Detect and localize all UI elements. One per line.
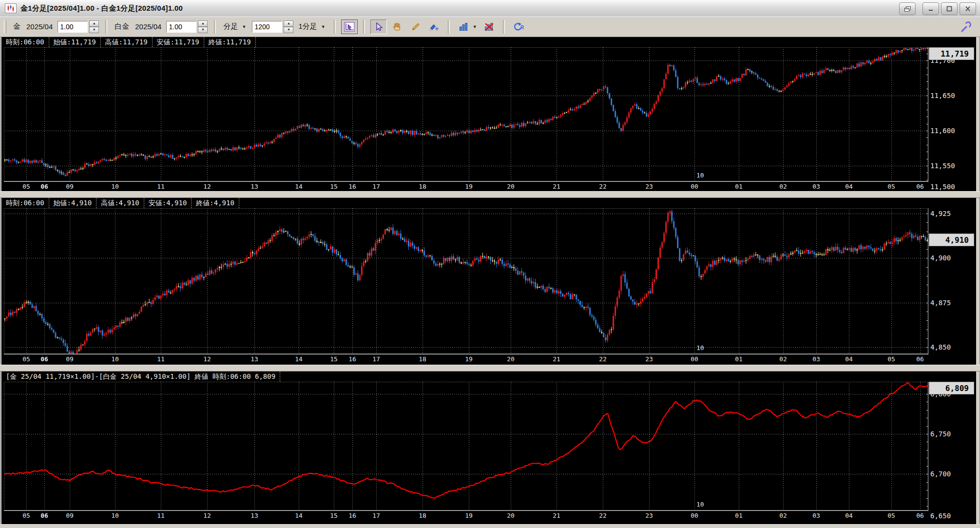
spread-line-plot[interactable]: 10 <box>4 382 928 511</box>
time-axis-label: 04 <box>842 183 856 190</box>
restore-window-button[interactable] <box>899 2 916 15</box>
time-axis-label: 03 <box>809 512 824 519</box>
time-axis-label: 14 <box>291 183 306 190</box>
bar-count-input[interactable] <box>252 21 282 33</box>
info-field: 終値:11,719 <box>204 37 256 47</box>
time-axis-label: 16 <box>345 183 360 190</box>
gold-multiplier-input[interactable] <box>58 21 88 33</box>
price-axis-label: 11,500 <box>930 182 955 191</box>
timeframe-dropdown[interactable]: 1分足 <box>298 22 317 31</box>
select-chart-tool-button[interactable] <box>341 20 358 34</box>
info-field: 安値:4,910 <box>144 198 192 208</box>
candlestick-chart-icon <box>5 3 17 13</box>
maximize-button[interactable] <box>941 2 958 15</box>
time-axis-label: 10 <box>108 355 122 363</box>
time-axis-label: 05 <box>884 183 899 190</box>
toolbar-separator <box>334 20 336 34</box>
gold-month-label: 2025/04 <box>26 22 53 31</box>
platinum-spin-down-button[interactable]: ▼ <box>198 27 208 33</box>
panel-separator[interactable] <box>0 191 980 198</box>
time-axis-label: 18 <box>415 512 430 519</box>
time-axis-label: 01 <box>731 512 746 519</box>
date-marker: 10 <box>696 501 704 508</box>
spread-chart-panel: [金 25/04 11,719×1.00]-[白金 25/04 4,910×1.… <box>1 372 976 522</box>
reload-icon: R <box>513 22 524 32</box>
time-axis-label: 17 <box>369 355 384 363</box>
remove-chart-tool-button[interactable] <box>481 20 498 34</box>
time-axis-label: 02 <box>776 183 790 190</box>
toolbar-separator <box>105 20 107 34</box>
close-button[interactable] <box>960 2 976 15</box>
platinum-multiplier-input[interactable] <box>166 21 196 33</box>
pencil-draw-tool-button[interactable] <box>407 20 424 34</box>
remove-chart-icon <box>484 22 495 32</box>
platinum-spin-up-button[interactable]: ▲ <box>198 20 208 27</box>
time-axis-label: 06 <box>37 512 52 519</box>
time-axis-label: 13 <box>247 183 262 190</box>
gold-candlestick-plot[interactable]: 10 <box>4 47 928 182</box>
spread-time-axis: 0506091011121314151617181920212223000102… <box>4 511 935 521</box>
svg-text:R: R <box>520 25 524 30</box>
minimize-button[interactable] <box>922 2 939 15</box>
time-axis-label: 00 <box>687 183 702 190</box>
platinum-candlestick-plot[interactable]: 10 <box>4 208 928 354</box>
info-field: 安値:11,719 <box>153 37 204 47</box>
chevron-down-icon[interactable]: ▼ <box>242 24 246 29</box>
settings-wrench-icon[interactable] <box>960 20 972 35</box>
time-axis-label: 16 <box>345 355 360 363</box>
time-axis-label: 03 <box>809 355 824 363</box>
platinum-time-axis: 0506091011121314151617181920212223000102… <box>4 354 935 364</box>
platinum-label: 白金 <box>115 22 129 31</box>
toolbar: 金 2025/04 ▲▼ 白金 2025/04 ▲▼ 分足 ▼ ▲▼ 1分足 ▼ <box>0 17 980 37</box>
time-axis-label: 15 <box>327 355 341 363</box>
panel-separator[interactable] <box>0 365 980 372</box>
price-axis-label: 4,925 <box>930 209 951 218</box>
gold-spin-down-button[interactable]: ▼ <box>89 27 99 33</box>
time-axis-label: 18 <box>415 183 430 190</box>
chevron-down-icon[interactable]: ▼ <box>321 24 326 29</box>
time-axis-label: 15 <box>327 183 341 190</box>
time-axis-label: 02 <box>776 512 790 519</box>
bar-count-up-button[interactable]: ▲ <box>284 20 293 27</box>
time-axis-label: 05 <box>19 355 34 363</box>
time-axis-label: 20 <box>503 355 518 363</box>
gold-last-price-box: 11,719 <box>929 47 974 60</box>
title-bar: 金1分足[2025/04]1.00 - 白金1分足[2025/04]1.00 <box>0 0 980 17</box>
time-axis-label: 12 <box>200 183 214 190</box>
time-axis-label: 11 <box>154 183 168 190</box>
pan-hand-tool-button[interactable] <box>389 20 405 34</box>
gold-chart-panel: 時刻:06:00始値:11,719高値:11,719安値:11,719終値:11… <box>1 37 976 191</box>
toolbar-separator <box>363 20 365 34</box>
platinum-info-bar: 時刻:06:00始値:4,910高値:4,910安値:4,910終値:4,910 <box>2 198 975 208</box>
interval-dropdown[interactable]: 分足 <box>223 22 238 31</box>
platinum-multiplier-spinner: ▲▼ <box>166 20 208 33</box>
cursor-icon <box>374 22 384 32</box>
price-axis-label: 6,750 <box>930 430 951 438</box>
time-axis-label: 06 <box>37 355 52 363</box>
time-axis-label: 05 <box>19 512 34 519</box>
gold-spin-up-button[interactable]: ▲ <box>89 20 99 27</box>
time-axis-label: 23 <box>642 355 656 363</box>
toolbar-grip[interactable] <box>4 20 6 33</box>
time-axis-label: 00 <box>687 512 702 519</box>
toolbar-separator <box>503 20 505 34</box>
bar-count-down-button[interactable]: ▼ <box>284 27 293 33</box>
time-axis-label: 09 <box>62 183 77 190</box>
time-axis-label: 09 <box>62 512 77 519</box>
cursor-tool-button[interactable] <box>370 20 387 34</box>
time-axis-label: 13 <box>247 355 262 363</box>
toolbar-separator <box>448 20 450 34</box>
marker-draw-tool-button[interactable] <box>426 20 442 34</box>
chart-type-dropdown-button[interactable] <box>455 20 472 34</box>
time-axis-label: 04 <box>842 512 856 519</box>
price-axis-label: 11,650 <box>930 91 955 100</box>
time-axis-label: 23 <box>642 183 656 190</box>
price-axis-label: 6,650 <box>930 511 951 520</box>
time-axis-label: 05 <box>19 183 34 190</box>
info-field: 始値:4,910 <box>49 198 97 208</box>
time-axis-label: 19 <box>461 183 476 190</box>
reload-tool-button[interactable]: R <box>510 20 527 34</box>
chevron-down-icon[interactable]: ▼ <box>473 24 477 29</box>
time-axis-label: 06 <box>37 183 52 190</box>
spread-line-series <box>4 383 928 498</box>
